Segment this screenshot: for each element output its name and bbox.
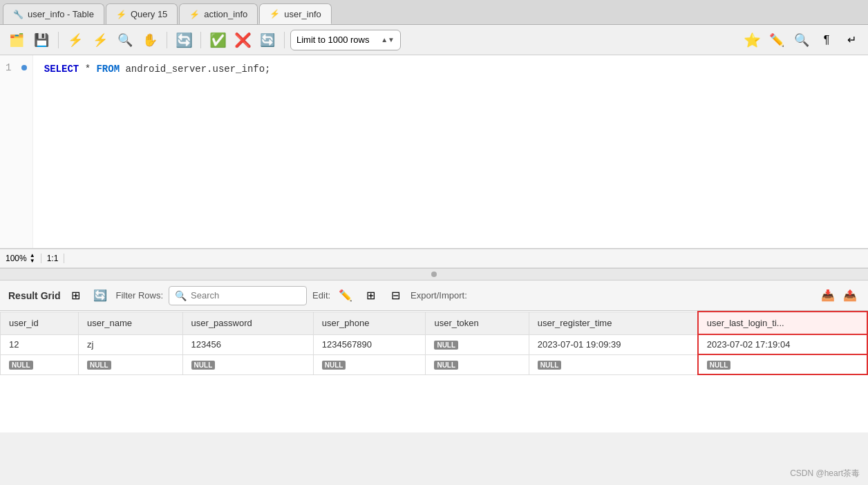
sql-code-line[interactable]: SELECT * FROM android_server.user_info;	[33, 55, 282, 248]
tab-label-query15: Query 15	[131, 9, 167, 19]
find-button[interactable]: 🔍	[791, 29, 813, 51]
export-import-buttons: 📥 📤	[818, 286, 860, 305]
divider-dot	[431, 272, 437, 277]
sql-select-keyword: SELECT	[44, 64, 79, 75]
refresh-grid-button[interactable]: 🔄	[91, 286, 110, 305]
col-header-user-token[interactable]: user_token	[426, 312, 529, 334]
invisible-chars-button[interactable]: ¶	[815, 29, 838, 51]
data-table: user_id user_name user_password user_pho…	[0, 311, 868, 375]
cell-user-name-2[interactable]: NULL	[79, 354, 183, 374]
tab-label-action-info: action_info	[204, 9, 247, 19]
cell-user-last-login-1[interactable]: 2023-07-02 17:19:04	[698, 334, 867, 354]
tab-icon-query15: ⚡	[116, 10, 126, 19]
col-header-user-name[interactable]: user_name	[79, 312, 183, 334]
cell-user-token-2[interactable]: NULL	[426, 354, 529, 374]
sql-star: *	[79, 64, 96, 75]
cell-user-register-time-1[interactable]: 2023-07-01 19:09:39	[529, 334, 697, 354]
cell-user-register-time-2[interactable]: NULL	[529, 354, 697, 374]
apply-button[interactable]: ✅	[207, 29, 229, 51]
null-badge: NULL	[9, 361, 33, 370]
cell-user-token-1[interactable]: NULL	[426, 334, 529, 354]
search-box[interactable]: 🔍	[169, 286, 307, 305]
revert-button[interactable]: ❌	[232, 29, 254, 51]
line-number-1: 1	[6, 62, 11, 73]
open-folder-button[interactable]: 🗂️	[6, 29, 28, 51]
null-badge: NULL	[322, 361, 346, 370]
zoom-down-arrow: ▼	[30, 258, 35, 264]
data-table-container: user_id user_name user_password user_pho…	[0, 311, 868, 432]
edit-row-button[interactable]: ✏️	[336, 286, 355, 305]
refresh-button[interactable]: 🔄	[256, 29, 279, 51]
toolbar-sep-4	[284, 32, 285, 48]
null-badge: NULL	[191, 361, 216, 370]
tab-bar: 🔧 user_info - Table ⚡ Query 15 ⚡ action_…	[0, 0, 868, 25]
toolbar-sep-3	[200, 32, 201, 48]
delete-row-button[interactable]: ⊟	[386, 286, 405, 305]
tab-icon-user-info-table: 🔧	[13, 10, 23, 19]
add-row-button[interactable]: ⊞	[361, 286, 380, 305]
tab-user-info-table[interactable]: 🔧 user_info - Table	[3, 3, 104, 24]
bookmark-button[interactable]: ⭐	[741, 29, 763, 51]
col-header-user-last-login[interactable]: user_last_login_ti...	[698, 312, 867, 334]
tab-action-info[interactable]: ⚡ action_info	[179, 3, 258, 24]
stop-button[interactable]: ✋	[139, 29, 161, 51]
col-header-user-phone[interactable]: user_phone	[313, 312, 426, 334]
edit-label: Edit:	[312, 290, 330, 301]
execute-current-button[interactable]: ⚡	[89, 29, 111, 51]
toolbar: 🗂️ 💾 ⚡ ⚡ 🔍 ✋ 🔄 ✅ ❌ 🔄 Limit to 1000 rows …	[0, 25, 868, 55]
tab-label-user-info: user_info	[284, 9, 321, 19]
import-button[interactable]: 📤	[840, 286, 860, 305]
sql-from-value: android_server.user_info;	[120, 64, 270, 75]
null-badge: NULL	[434, 361, 458, 370]
toolbar-right-group: ⭐ ✏️ 🔍 ¶ ↵	[741, 29, 862, 51]
toolbar-sep-2	[167, 32, 167, 48]
search-icon: 🔍	[175, 290, 187, 301]
beautify-button[interactable]: ✏️	[766, 29, 788, 51]
explain-button[interactable]: 🔍	[114, 29, 136, 51]
zoom-value: 100%	[6, 254, 27, 263]
limit-select[interactable]: Limit to 1000 rows ▲▼	[290, 30, 401, 50]
grid-view-button[interactable]: ⊞	[66, 286, 85, 305]
line-indicator	[21, 65, 27, 70]
panel-divider	[0, 268, 868, 280]
toolbar-sep-1	[58, 32, 59, 48]
format-button[interactable]: 🔄	[173, 29, 195, 51]
cell-user-password-1[interactable]: 123456	[182, 334, 313, 354]
cell-user-name-1[interactable]: zj	[79, 334, 183, 354]
save-button[interactable]: 💾	[30, 29, 53, 51]
zoom-control[interactable]: 100% ▲ ▼	[6, 253, 35, 264]
word-wrap-button[interactable]: ↵	[840, 29, 862, 51]
table-row: NULL NULL NULL NULL NULL NULL NULL	[1, 354, 868, 374]
execute-button[interactable]: ⚡	[64, 29, 86, 51]
export-label: Export/Import:	[411, 290, 467, 301]
col-header-user-password[interactable]: user_password	[182, 312, 313, 334]
tab-icon-user-info: ⚡	[270, 9, 280, 19]
table-header-row: user_id user_name user_password user_pho…	[1, 312, 868, 334]
filter-label: Filter Rows:	[115, 290, 163, 301]
tab-user-info[interactable]: ⚡ user_info	[259, 3, 331, 24]
ratio-label: 1:1	[41, 254, 65, 263]
search-input[interactable]	[191, 290, 301, 301]
tab-query15[interactable]: ⚡ Query 15	[106, 3, 178, 24]
tab-icon-action-info: ⚡	[189, 10, 200, 19]
cell-user-id-1[interactable]: 12	[1, 334, 79, 354]
null-badge: NULL	[707, 361, 731, 370]
export-button[interactable]: 📥	[818, 286, 838, 305]
cell-user-id-2[interactable]: NULL	[1, 354, 79, 374]
col-header-user-register-time[interactable]: user_register_time	[529, 312, 697, 334]
cell-user-last-login-2[interactable]: NULL	[698, 354, 867, 374]
sql-editor: 1 SELECT * FROM android_server.user_info…	[0, 55, 868, 249]
limit-select-label: Limit to 1000 rows	[296, 35, 370, 45]
tab-label-user-info-table: user_info - Table	[28, 9, 94, 19]
col-header-user-id[interactable]: user_id	[1, 312, 79, 334]
result-toolbar: Result Grid ⊞ 🔄 Filter Rows: 🔍 Edit: ✏️ …	[0, 280, 868, 311]
cell-user-phone-1[interactable]: 1234567890	[313, 334, 426, 354]
null-badge: NULL	[538, 361, 562, 370]
cell-user-password-2[interactable]: NULL	[182, 354, 313, 374]
line-numbers: 1	[0, 55, 33, 248]
result-section: Result Grid ⊞ 🔄 Filter Rows: 🔍 Edit: ✏️ …	[0, 280, 868, 432]
limit-select-arrow: ▲▼	[381, 36, 395, 44]
cell-user-phone-2[interactable]: NULL	[313, 354, 426, 374]
table-row: 12 zj 123456 1234567890 NULL 2023-07-01 …	[1, 334, 868, 354]
result-grid-label: Result Grid	[8, 290, 60, 301]
